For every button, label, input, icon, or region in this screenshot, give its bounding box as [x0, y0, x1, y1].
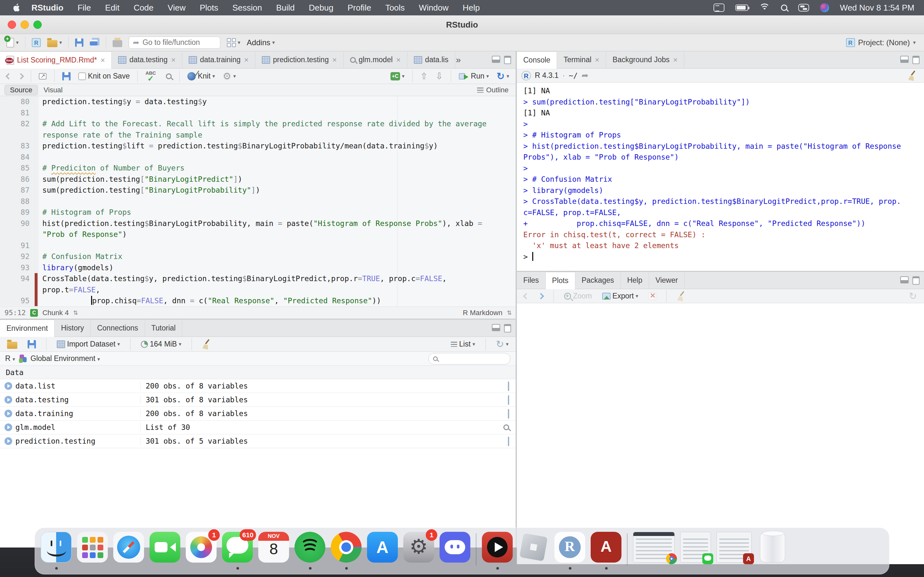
environment-row-data-list[interactable]: data.list200 obs. of 8 variables — [0, 379, 515, 393]
clear-console-button[interactable] — [905, 69, 919, 83]
menubar-item-session[interactable]: Session — [232, 3, 262, 13]
outline-button[interactable]: Outline — [477, 86, 511, 94]
control-center-icon[interactable] — [798, 4, 809, 11]
save-workspace-button[interactable] — [24, 337, 39, 351]
go-previous-section-button[interactable]: ⇧ — [417, 69, 431, 83]
jump-to-directory-icon[interactable]: ➦ — [582, 71, 589, 81]
dock-item-roblox[interactable] — [518, 532, 549, 570]
open-file-button[interactable]: ▾ — [44, 35, 65, 50]
environment-row-data-testing[interactable]: data.testing301 obs. of 8 variables — [0, 393, 515, 407]
refresh-plots-button[interactable]: ↻ — [906, 289, 920, 303]
import-dataset-button[interactable]: Import Dataset▾ — [53, 337, 123, 351]
chunk-label[interactable]: Chunk 4 — [42, 309, 69, 317]
siri-icon[interactable] — [820, 3, 829, 12]
working-directory-label[interactable]: ~/ — [569, 71, 578, 80]
previous-plot-button[interactable] — [521, 289, 531, 303]
language-selector[interactable]: R ▾ — [5, 354, 15, 363]
dock-item-rstudio[interactable] — [554, 532, 585, 570]
pane-maximize-icon[interactable] — [913, 56, 919, 64]
expand-icon[interactable] — [5, 396, 12, 404]
environment-row-prediction-testing[interactable]: prediction.testing301 obs. of 5 variable… — [0, 434, 515, 448]
source-tab-glm-model[interactable]: glm.model× — [344, 51, 407, 68]
dock-item-calendar[interactable]: NOV8 — [258, 532, 289, 570]
pane-maximize-icon[interactable] — [913, 276, 919, 285]
view-table-icon[interactable] — [508, 410, 509, 418]
back-button[interactable] — [3, 69, 14, 83]
dock-item-thumb-messages[interactable] — [680, 532, 711, 570]
workspace-panes-button[interactable]: ▾ — [224, 35, 244, 50]
dock-item-acrobat[interactable] — [591, 532, 622, 570]
environment-tab-history[interactable]: History — [55, 319, 91, 337]
pane-maximize-icon[interactable] — [504, 56, 511, 64]
tab-close-icon[interactable]: × — [333, 55, 337, 64]
insert-chunk-button[interactable]: ▾ — [387, 69, 408, 83]
source-tab-data-lis[interactable]: data.lis — [407, 51, 455, 68]
dock-item-messages[interactable]: 610 — [222, 532, 253, 570]
export-plot-button[interactable]: Export▾ — [599, 289, 642, 303]
console-tab-terminal[interactable]: Terminal× — [557, 51, 606, 68]
expand-icon[interactable] — [5, 382, 12, 390]
clear-all-plots-button[interactable] — [674, 289, 688, 303]
dock-item-trash[interactable] — [757, 532, 785, 570]
environment-tab-environment[interactable]: Environment — [0, 319, 55, 337]
environment-tab-tutorial[interactable]: Tutorial — [145, 319, 183, 337]
popout-window-button[interactable] — [36, 69, 50, 83]
battery-icon[interactable] — [735, 5, 748, 11]
goto-file-function-box[interactable]: ➦ — [129, 37, 220, 49]
document-options-button[interactable]: ⚙▾ — [220, 69, 239, 83]
menubar-item-debug[interactable]: Debug — [309, 3, 334, 13]
source-tab-list-scoring-rmd-rmd-[interactable]: List Scoring_RMD.Rmd*× — [0, 51, 111, 69]
next-plot-button[interactable] — [535, 289, 546, 303]
tab-close-icon[interactable]: × — [595, 55, 599, 64]
console-tab-console[interactable]: Console — [517, 51, 557, 69]
remove-plot-button[interactable] — [645, 289, 659, 303]
dock-item-chrome[interactable] — [331, 532, 362, 570]
view-table-icon[interactable] — [508, 437, 509, 446]
dock-item-appstore[interactable]: A — [367, 532, 398, 570]
pane-minimize-icon[interactable] — [900, 276, 909, 284]
menubar-item-view[interactable]: View — [168, 3, 186, 13]
menubar-item-edit[interactable]: Edit — [105, 3, 120, 13]
menubar-item-plots[interactable]: Plots — [200, 3, 218, 13]
r-version-label[interactable]: R 4.3.1 — [535, 71, 559, 80]
console-output[interactable]: [1] NA> sum(prediction.testing["BinaryLo… — [517, 83, 924, 271]
plots-tab-help[interactable]: Help — [621, 272, 649, 289]
find-replace-button[interactable] — [163, 69, 175, 83]
pane-minimize-icon[interactable] — [900, 56, 909, 63]
go-next-section-button[interactable]: ⇩ — [432, 69, 446, 83]
tab-close-icon[interactable]: × — [396, 55, 401, 64]
view-table-icon[interactable] — [508, 396, 509, 404]
list-view-button[interactable]: List▾ — [447, 337, 478, 351]
spellcheck-button[interactable]: ABC✓ — [142, 69, 162, 83]
dock-item-player[interactable] — [482, 532, 513, 570]
wifi-icon[interactable] — [759, 3, 770, 12]
environment-tab-connections[interactable]: Connections — [91, 319, 145, 337]
load-workspace-button[interactable] — [4, 337, 21, 351]
mode-visual-tab[interactable]: Visual — [38, 85, 69, 95]
dock-item-thumb-pdf[interactable]: A — [716, 532, 752, 570]
print-button[interactable] — [110, 35, 126, 50]
tab-close-icon[interactable]: × — [244, 55, 249, 64]
environment-selector[interactable]: Global Environment ▾ — [31, 354, 100, 363]
addins-button[interactable]: Addins▾ — [244, 35, 278, 50]
tab-close-icon[interactable]: × — [100, 56, 105, 65]
goto-file-function-input[interactable] — [142, 38, 213, 47]
dock-item-thumb-chrome[interactable] — [633, 532, 675, 570]
plots-tab-viewer[interactable]: Viewer — [649, 272, 685, 289]
refresh-environment-button[interactable]: ↻▾ — [493, 337, 512, 351]
document-type-label[interactable]: R Markdown — [463, 309, 502, 317]
menubar-item-window[interactable]: Window — [419, 3, 449, 13]
menubar-item-profile[interactable]: Profile — [347, 3, 371, 13]
environment-row-glm-model[interactable]: glm.modelList of 30 — [0, 421, 515, 434]
menubar-item-build[interactable]: Build — [276, 3, 295, 13]
menubar-clock[interactable]: Wed Nov 8 1:54 PM — [840, 3, 914, 13]
project-menu-button[interactable]: Project: (None) ▾ — [846, 38, 924, 47]
environment-row-data-training[interactable]: data.training200 obs. of 8 variables — [0, 407, 515, 421]
tab-close-icon[interactable]: × — [171, 55, 176, 64]
knit-on-save-checkbox[interactable]: Knit on Save — [75, 69, 133, 83]
console-tab-background-jobs[interactable]: Background Jobs× — [606, 51, 684, 68]
new-project-button[interactable] — [29, 35, 44, 50]
menubar-app-name[interactable]: RStudio — [31, 3, 63, 13]
menubar-item-help[interactable]: Help — [463, 3, 480, 13]
rerun-button[interactable]: ↻▾ — [493, 69, 512, 83]
